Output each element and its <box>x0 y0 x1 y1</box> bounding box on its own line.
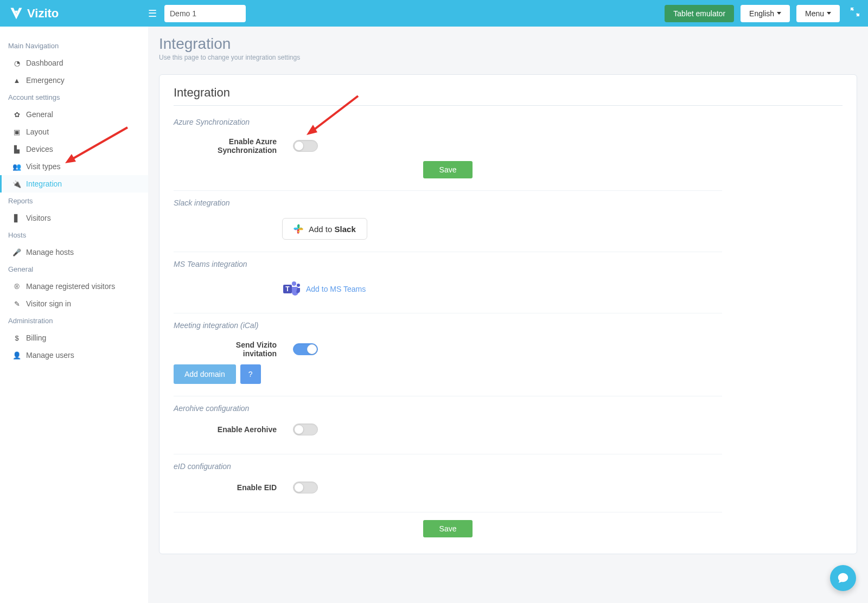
caret-down-icon <box>777 12 781 15</box>
panel-title: Integration <box>174 86 843 106</box>
slack-icon <box>293 224 303 234</box>
header-right: Tablet emulator English Menu <box>665 5 859 22</box>
add-to-teams-link[interactable]: Add to MS Teams <box>306 285 366 293</box>
language-label: English <box>749 9 774 18</box>
aerohive-section: Aerohive configuration Enable Aerohive <box>174 396 722 454</box>
eid-toggle-label: Enable EID <box>234 483 277 492</box>
slack-section: Slack integration Add to Slack <box>174 191 722 252</box>
eid-section: eID configuration Enable EID <box>174 454 722 512</box>
bottom-save-button[interactable]: Save <box>423 520 473 537</box>
ical-section: Meeting integration (iCal) Send Vizito i… <box>174 313 722 396</box>
integration-panel: Integration Azure Synchronization Enable… <box>159 74 857 554</box>
menu-dropdown[interactable]: Menu <box>796 5 840 22</box>
sidebar-item-manage-users[interactable]: 👤Manage users <box>0 347 148 364</box>
sidebar-item-visit-types[interactable]: 👥Visit types <box>0 158 148 175</box>
sidebar-item-billing[interactable]: $Billing <box>0 329 148 347</box>
sidebar-item-integration[interactable]: 🔌Integration <box>0 175 148 193</box>
eid-section-title: eID configuration <box>174 462 722 471</box>
svg-point-3 <box>297 284 300 287</box>
fullscreen-icon[interactable] <box>851 8 859 19</box>
logo[interactable]: Vizito <box>9 6 148 21</box>
bottom-save-section: Save <box>174 512 722 537</box>
azure-toggle[interactable] <box>293 140 318 152</box>
menu-label: Menu <box>805 9 824 18</box>
sidebar-item-dashboard[interactable]: ◔Dashboard <box>0 54 148 72</box>
main-content: Integration Use this page to change your… <box>148 27 868 576</box>
plug-icon: 🔌 <box>12 180 22 188</box>
logo-text: Vizito <box>27 7 59 21</box>
user-plus-icon: 👤 <box>12 351 22 360</box>
users-icon: 👥 <box>12 163 22 171</box>
azure-section-title: Azure Synchronization <box>174 118 722 126</box>
nav-section-admin: Administration <box>0 312 148 329</box>
page-subtitle: Use this page to change your integration… <box>159 54 857 61</box>
slack-section-title: Slack integration <box>174 198 722 207</box>
sitemap-icon: ▙ <box>12 145 22 153</box>
aerohive-toggle-label: Enable Aerohive <box>217 425 277 434</box>
chat-icon <box>837 572 849 576</box>
azure-toggle-label: Enable Azure Synchronization <box>174 137 277 155</box>
ical-toggle[interactable] <box>293 343 318 355</box>
registered-icon: ® <box>12 283 22 291</box>
sidebar: Main Navigation ◔Dashboard ▲Emergency Ac… <box>0 27 148 576</box>
hamburger-icon[interactable]: ☰ <box>148 8 157 20</box>
warning-icon: ▲ <box>12 76 22 85</box>
nav-section-account: Account settings <box>0 89 148 106</box>
caret-down-icon <box>827 12 831 15</box>
language-dropdown[interactable]: English <box>741 5 790 22</box>
teams-icon: T <box>282 279 302 299</box>
sidebar-item-registered-visitors[interactable]: ®Manage registered visitors <box>0 278 148 295</box>
aerohive-section-title: Aerohive configuration <box>174 404 722 413</box>
svg-text:T: T <box>285 285 290 293</box>
nav-section-main: Main Navigation <box>0 37 148 54</box>
ical-section-title: Meeting integration (iCal) <box>174 321 722 330</box>
vizito-logo-icon <box>9 6 24 21</box>
ical-toggle-label: Send Vizito invitation <box>202 341 277 358</box>
sidebar-item-manage-hosts[interactable]: 🎤Manage hosts <box>0 243 148 261</box>
book-icon: ▋ <box>12 214 22 222</box>
nav-section-general: General <box>0 261 148 278</box>
sidebar-item-visitors[interactable]: ▋Visitors <box>0 209 148 227</box>
tablet-emulator-button[interactable]: Tablet emulator <box>665 5 734 22</box>
eid-toggle[interactable] <box>293 482 318 493</box>
add-to-slack-button[interactable]: Add to Slack <box>282 218 367 240</box>
site-selector[interactable] <box>164 5 246 22</box>
dollar-icon: $ <box>12 334 22 342</box>
sidebar-item-visitor-signin[interactable]: ✎Visitor sign in <box>0 295 148 312</box>
aerohive-toggle[interactable] <box>293 424 318 435</box>
add-domain-button[interactable]: Add domain <box>174 364 236 384</box>
dashboard-icon: ◔ <box>12 59 22 67</box>
top-header: Vizito ☰ Tablet emulator English Menu <box>0 0 868 27</box>
svg-point-2 <box>292 281 296 286</box>
nav-section-hosts: Hosts <box>0 227 148 243</box>
sidebar-item-emergency[interactable]: ▲Emergency <box>0 72 148 89</box>
sidebar-item-devices[interactable]: ▙Devices <box>0 140 148 158</box>
sidebar-item-general[interactable]: ✿General <box>0 106 148 123</box>
teams-section: MS Teams integration T Add to MS Teams <box>174 252 722 313</box>
help-button[interactable]: ? <box>240 364 261 384</box>
pencil-icon: ✎ <box>12 300 22 308</box>
sidebar-item-layout[interactable]: ▣Layout <box>0 123 148 140</box>
mic-icon: 🎤 <box>12 248 22 256</box>
page-title: Integration <box>159 35 857 53</box>
azure-save-button[interactable]: Save <box>423 161 473 178</box>
gear-icon: ✿ <box>12 111 22 119</box>
image-icon: ▣ <box>12 128 22 136</box>
azure-section: Azure Synchronization Enable Azure Synch… <box>174 110 722 191</box>
teams-section-title: MS Teams integration <box>174 260 722 268</box>
nav-section-reports: Reports <box>0 193 148 209</box>
